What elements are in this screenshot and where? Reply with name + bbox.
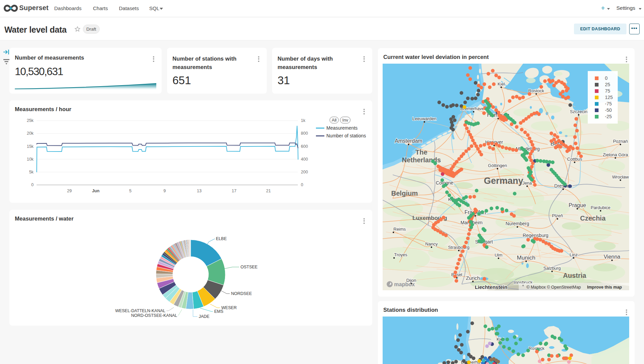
svg-text:Szczecin: Szczecin <box>570 109 587 114</box>
svg-text:Magdeburg: Magdeburg <box>516 146 540 152</box>
svg-text:Germany: Germany <box>484 176 523 186</box>
svg-text:Improve this map: Improve this map <box>587 285 622 290</box>
svg-text:25k: 25k <box>27 118 34 123</box>
svg-text:600: 600 <box>301 144 308 149</box>
svg-text:All: All <box>332 118 337 123</box>
svg-text:Nuremberg: Nuremberg <box>506 221 529 226</box>
svg-text:Austria: Austria <box>563 272 587 279</box>
svg-text:Göttingen: Göttingen <box>488 163 507 168</box>
svg-text:Salzburg: Salzburg <box>543 266 560 271</box>
svg-text:Nancy: Nancy <box>425 241 438 246</box>
svg-text:17: 17 <box>232 189 236 193</box>
svg-text:Rostock: Rostock <box>528 88 544 93</box>
svg-text:© Mapbox © OpenStreetMap: © Mapbox © OpenStreetMap <box>526 285 581 290</box>
svg-text:Inv: Inv <box>342 118 348 123</box>
svg-text:Leeuwarden: Leeuwarden <box>412 116 437 121</box>
svg-text:Vienna: Vienna <box>604 254 620 260</box>
svg-text:Ulm: Ulm <box>494 253 502 258</box>
svg-text:Poznań: Poznań <box>613 139 628 144</box>
svg-text:75: 75 <box>605 88 610 94</box>
svg-text:Czechia: Czechia <box>580 214 606 222</box>
svg-text:10k: 10k <box>27 157 34 162</box>
svg-text:800: 800 <box>301 131 308 136</box>
svg-text:Zielona Góra: Zielona Góra <box>603 152 628 157</box>
svg-text:200: 200 <box>301 170 308 174</box>
svg-text:20k: 20k <box>27 131 34 136</box>
svg-text:Reims: Reims <box>393 227 406 232</box>
svg-text:Troyes: Troyes <box>394 252 408 257</box>
svg-text:The: The <box>415 148 427 156</box>
svg-text:0: 0 <box>605 75 608 81</box>
svg-text:JADE: JADE <box>199 314 210 319</box>
svg-text:400: 400 <box>301 157 308 162</box>
svg-text:21: 21 <box>266 189 271 193</box>
svg-text:Liechtenstein: Liechtenstein <box>475 284 508 290</box>
svg-text:Plzeň: Plzeň <box>552 213 563 218</box>
svg-text:Belgium: Belgium <box>391 190 418 197</box>
svg-text:Zurich: Zurich <box>466 275 480 281</box>
svg-text:WESER: WESER <box>221 305 237 310</box>
svg-text:0: 0 <box>301 183 303 187</box>
svg-text:Number of stations: Number of stations <box>326 133 366 138</box>
svg-text:125: 125 <box>605 95 613 100</box>
svg-text:-75: -75 <box>605 101 612 106</box>
svg-text:NORDSEE: NORDSEE <box>231 291 252 296</box>
svg-text:9: 9 <box>163 189 166 193</box>
svg-text:Munich: Munich <box>517 255 536 261</box>
svg-text:15k: 15k <box>27 144 34 149</box>
svg-text:5k: 5k <box>29 170 34 174</box>
svg-text:-50: -50 <box>605 107 612 113</box>
svg-text:Linz: Linz <box>570 252 578 257</box>
svg-text:25: 25 <box>605 82 610 87</box>
svg-text:Pardubice: Pardubice <box>591 205 611 210</box>
svg-text:Wrocław: Wrocław <box>612 174 629 179</box>
svg-text:OSTSEE: OSTSEE <box>240 265 258 269</box>
svg-text:13: 13 <box>197 189 201 193</box>
svg-text:-25: -25 <box>605 114 612 119</box>
svg-text:WESEL-DATTELN-KANAL: WESEL-DATTELN-KANAL <box>115 308 165 313</box>
svg-text:Strasbourg: Strasbourg <box>448 245 470 250</box>
svg-text:mapbox: mapbox <box>394 282 415 287</box>
svg-text:Amsterdam: Amsterdam <box>395 138 422 144</box>
svg-text:Kiel: Kiel <box>497 81 505 87</box>
svg-text:0: 0 <box>31 183 34 187</box>
svg-text:Jena: Jena <box>522 180 532 186</box>
svg-text:NORD-OSTSEE-KANAL: NORD-OSTSEE-KANAL <box>131 313 177 318</box>
svg-text:29: 29 <box>67 189 72 193</box>
svg-text:5: 5 <box>129 189 131 193</box>
svg-text:ELBE: ELBE <box>216 236 227 241</box>
svg-text:EMS: EMS <box>214 309 223 314</box>
svg-text:Jun: Jun <box>92 189 99 193</box>
svg-text:Measurements: Measurements <box>326 125 358 131</box>
svg-text:1k: 1k <box>301 118 305 123</box>
svg-text:Prague: Prague <box>569 202 586 208</box>
